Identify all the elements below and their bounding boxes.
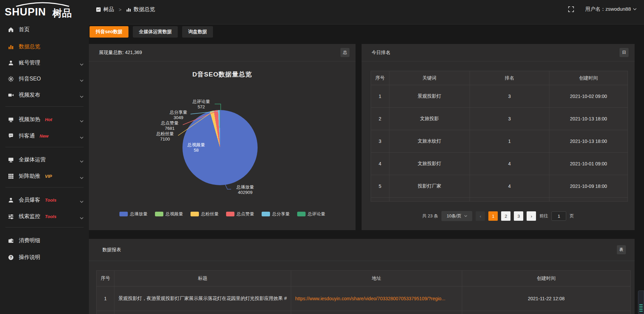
sidebar-item-label: 线索监控 [19, 213, 40, 220]
sidebar-item-label: 矩阵助推 [19, 173, 40, 180]
goto-unit: 页 [570, 213, 574, 219]
new-badge: New [40, 134, 49, 139]
pie-label-likes: 总点赞量 7681 [157, 120, 183, 132]
goto-page-input[interactable] [551, 211, 566, 221]
sidebar-item-member-tools[interactable]: 会员爆客 Tools [0, 194, 89, 206]
sidebar-item-matrix-boost[interactable]: 矩阵助推 VIP [0, 170, 89, 182]
page-button-3[interactable]: 3 [514, 211, 523, 221]
col-index: 序号 [97, 271, 114, 286]
col-keyword: 关键词 [389, 71, 470, 85]
col-title: 标题 [114, 271, 291, 286]
sidebar-item-label: 首页 [19, 26, 30, 33]
legend-swatch [226, 212, 234, 216]
hot-badge: Hot [45, 117, 52, 122]
chevron-down-icon [80, 61, 84, 67]
sidebar-item-video-publish[interactable]: 视频发布 [0, 89, 89, 101]
widget-stripe [639, 311, 643, 312]
sidebar-divider [5, 227, 84, 227]
table-header-row: 序号 标题 地址 创建时间 [97, 271, 631, 286]
pie-label-comments: 总评论量 572 [188, 99, 214, 110]
sidebar-item-label: 账号管理 [19, 59, 40, 66]
breadcrumb-current[interactable]: 数据总览 [133, 6, 155, 13]
legend-item-likes[interactable]: 总点赞量 [226, 211, 254, 217]
prev-page-button[interactable]: ‹ [476, 211, 485, 221]
floating-widget[interactable] [638, 291, 644, 314]
page-button-1[interactable]: 1 [488, 211, 498, 221]
legend-item-videos[interactable]: 总视频量 [155, 211, 183, 217]
data-tabs: 抖音seo数据 全媒体运营数据 询盘数据 [90, 26, 213, 38]
sidebar-item-label: 数据总览 [19, 43, 40, 50]
sidebar-item-douyin-seo[interactable]: 抖音SEO [0, 73, 89, 85]
fullscreen-icon[interactable] [568, 6, 574, 12]
chevron-down-icon [80, 215, 84, 221]
video-link[interactable]: https://www.iesdouyin.com/share/video/70… [295, 296, 445, 301]
total-toggle-button[interactable]: 总 [340, 48, 350, 57]
sidebar-item-lead-monitor[interactable]: 线索监控 Tools [0, 211, 89, 222]
pie-label-plays: 总播放量 402909 [228, 185, 262, 196]
tools-badge: Tools [45, 198, 56, 203]
legend-swatch [297, 212, 306, 216]
sidebar-item-help[interactable]: ? 操作说明 [0, 252, 89, 263]
goto-label: 前往 [539, 213, 548, 219]
sidebar-item-spending-details[interactable]: 消费明细 [0, 235, 89, 246]
topbar: 树品 > 数据总览 用户名：zswodun88 [89, 0, 644, 24]
widget-stripe [639, 304, 643, 305]
tab-inquiry-data[interactable]: 询盘数据 [182, 26, 213, 38]
legend-item-shares[interactable]: 总分享量 [262, 211, 290, 217]
pie-label-shares: 总分享量 3049 [165, 110, 192, 121]
col-created: 创建时间 [462, 271, 630, 286]
sliders-icon [8, 214, 14, 219]
legend-swatch [155, 212, 163, 216]
tab-douyin-seo-data[interactable]: 抖音seo数据 [90, 26, 128, 38]
chevron-down-icon [80, 174, 84, 180]
chevron-down-icon [464, 215, 467, 217]
day-toggle-button[interactable]: 日 [620, 48, 629, 57]
grid-icon [8, 173, 14, 179]
legend-swatch [191, 212, 199, 216]
table-row: 1 景观投影灯，夜游景观投影灯厂家展示展示落花灯在花园里的灯光投影应用效果 # … [97, 286, 631, 311]
page-size-select[interactable]: 10条/页 [441, 211, 472, 221]
app-small-icon [96, 7, 101, 12]
report-panel-title: 数据报表 [102, 247, 121, 253]
sidebar-item-home[interactable]: 首页 [0, 24, 89, 35]
chevron-down-icon [633, 8, 637, 10]
sidebar-item-video-heat[interactable]: 视频加热 Hot [0, 114, 89, 125]
legend-item-fans[interactable]: 总粉丝量 [191, 211, 219, 217]
legend-item-plays[interactable]: 总播放量 [119, 211, 148, 217]
chart-legend: 总播放量 总视频量 总粉丝量 总点赞量 总分享量 总评论量 [89, 211, 356, 217]
page-button-2[interactable]: 2 [501, 211, 511, 221]
breadcrumb: 树品 > 数据总览 [96, 6, 155, 13]
chevron-down-icon [80, 118, 84, 124]
report-table: 序号 标题 地址 创建时间 1 景观投影灯，夜游景观投影灯厂家展示展示落花灯在花… [96, 270, 631, 314]
breadcrumb-root[interactable]: 树品 [103, 6, 114, 13]
tab-omnimedia-data[interactable]: 全媒体运营数据 [133, 26, 178, 38]
report-panel-header: 数据报表 表 [89, 239, 635, 261]
next-page-button[interactable]: › [527, 211, 536, 221]
chevron-down-icon [80, 77, 84, 83]
camera-icon [8, 92, 14, 98]
breadcrumb-separator: > [119, 7, 121, 12]
sidebar-divider [5, 106, 84, 107]
table-toggle-button[interactable]: 表 [617, 245, 626, 254]
home-icon [8, 27, 14, 33]
logo-text-cn: 树品 [52, 7, 72, 20]
tools-badge: Tools [45, 214, 56, 219]
username-menu[interactable]: 用户名：zswodun88 [585, 6, 637, 12]
col-created: 创建时间 [549, 71, 628, 85]
sidebar-item-omnimedia[interactable]: 全媒体运营 [0, 154, 89, 165]
sidebar-item-data-overview[interactable]: 数据总览 [0, 41, 89, 52]
sidebar-item-label: 会员爆客 [19, 197, 40, 204]
overview-panel: 展现量总数: 421,369 总 D音SEO数据量总览 总评论量 572 总分享… [89, 44, 356, 230]
sidebar-item-accounts[interactable]: 账号管理 [0, 57, 89, 68]
logo-text-en: SHUPIN [5, 6, 46, 18]
legend-item-comments[interactable]: 总评论量 [297, 211, 325, 217]
impressions-total: 展现量总数: 421,369 [99, 50, 142, 56]
username-label: 用户名：zswodun88 [585, 6, 631, 12]
chevron-down-icon [80, 158, 84, 164]
legend-swatch [262, 212, 270, 216]
pie-label-fans: 总粉丝量 7100 [152, 131, 178, 142]
sidebar-item-label: 抖客通 [19, 133, 35, 140]
user-icon [8, 60, 14, 66]
sidebar-item-doukentong[interactable]: 抖客通 New [0, 130, 89, 142]
report-panel: 数据报表 表 序号 标题 地址 创建时间 1 景观投影灯，夜游景观投影灯厂家展示… [89, 239, 635, 314]
